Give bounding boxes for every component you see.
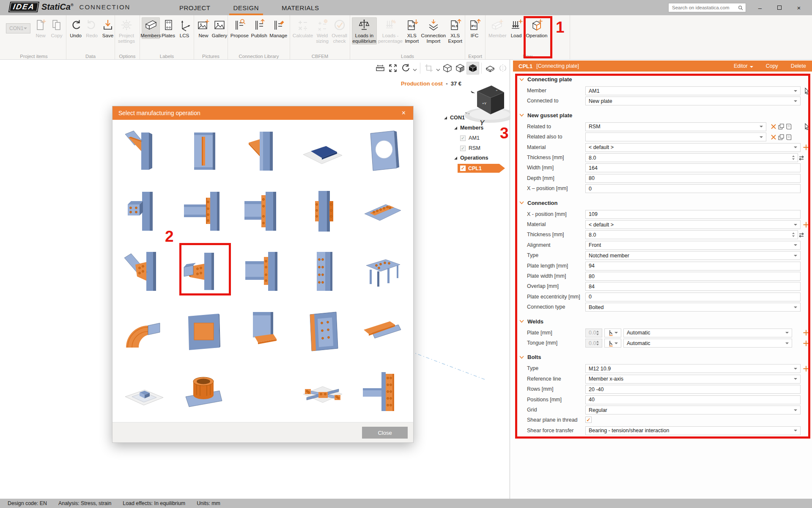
ribbon-save-button[interactable]: Save: [100, 17, 115, 39]
plus-icon[interactable]: [802, 221, 809, 228]
rotate-view-icon[interactable]: [399, 62, 412, 75]
weld-type-field[interactable]: [604, 339, 621, 348]
ribbon-loads-in-equilibrium-button[interactable]: Loads in equilibrium: [352, 17, 377, 44]
copy-operation-button[interactable]: Copy: [766, 63, 778, 69]
plus-icon[interactable]: [802, 329, 809, 337]
section-welds[interactable]: Welds: [519, 318, 543, 325]
thumbnail-pipe[interactable]: [182, 370, 225, 413]
prop-shear-force-transfer-field[interactable]: Bearing - tension/shear interaction: [585, 426, 801, 435]
prop-reference-line-field[interactable]: Member x-axis: [585, 375, 801, 384]
prop-tongue-mm-mode-field[interactable]: Automatic: [623, 339, 792, 348]
weld-type-field[interactable]: [604, 329, 621, 337]
tree-node-operations[interactable]: Operations: [454, 155, 488, 161]
checkbox-icon[interactable]: ✓: [460, 146, 466, 151]
thumbnail-rib[interactable]: [242, 130, 284, 172]
ribbon-plates-button[interactable]: Plates: [161, 17, 176, 39]
pointer-icon[interactable]: [803, 87, 810, 94]
ribbon-lcs-button[interactable]: LCS: [177, 17, 192, 39]
close-window-button[interactable]: ×: [793, 3, 805, 13]
prop-plate-length-mm-field[interactable]: 94: [585, 262, 801, 271]
dialog-close-icon[interactable]: ×: [400, 109, 407, 117]
minimize-button[interactable]: –: [754, 3, 766, 13]
delete-operation-button[interactable]: Delete: [791, 63, 806, 69]
thumbnail-footing[interactable]: [123, 370, 165, 413]
prop-related-to-field[interactable]: RSM: [585, 122, 766, 131]
swap-icon[interactable]: [798, 154, 805, 161]
prop-type-field[interactable]: Notched member: [585, 251, 801, 260]
checkbox-icon[interactable]: ✓: [460, 135, 466, 141]
chevron-down-icon[interactable]: [413, 66, 417, 70]
thumbnail-opening[interactable]: [361, 130, 403, 172]
tab-project[interactable]: PROJECT: [178, 0, 212, 15]
search-box[interactable]: [668, 3, 746, 12]
ribbon-xls-import-button[interactable]: XLSXLS Import: [404, 17, 420, 44]
tab-design[interactable]: DESIGN: [232, 0, 261, 15]
prop-rows-mm-field[interactable]: 20 -40: [585, 385, 801, 394]
editor-button[interactable]: Editor: [734, 63, 753, 69]
chevron-down-icon[interactable]: [436, 66, 440, 70]
tree-expand-icon[interactable]: [454, 127, 457, 130]
prop-member-field[interactable]: AM1: [585, 86, 801, 95]
tab-materials[interactable]: MATERIALS: [280, 0, 321, 15]
x-icon[interactable]: [770, 123, 777, 130]
thumbnail-general-frame[interactable]: [361, 250, 403, 293]
prop-shear-plane-in-thread-checkbox[interactable]: ✓: [585, 417, 592, 423]
ribbon-undo-button[interactable]: Undo: [68, 17, 83, 39]
prop-positions-mm-field[interactable]: 40: [585, 395, 801, 404]
prop-plate-eccentricity-mm-field[interactable]: 0: [585, 293, 801, 301]
tree-node-cpl1[interactable]: ✓CPL1: [458, 164, 505, 173]
thumbnail-stiffening-plate[interactable]: [361, 190, 403, 232]
stack-icon[interactable]: [777, 133, 785, 141]
prop-alignment-field[interactable]: Front: [585, 241, 801, 250]
prop-material-field[interactable]: < default >: [585, 143, 801, 152]
section-new-gusset-plate[interactable]: New gusset plate: [519, 112, 572, 119]
prop-material-field[interactable]: < default >: [585, 220, 801, 229]
book-icon[interactable]: [785, 133, 792, 141]
section-connecting-plate[interactable]: Connecting plate: [519, 76, 572, 83]
prop-depth-mm-field[interactable]: 80: [585, 174, 801, 183]
tree-node-members[interactable]: Members: [454, 125, 483, 131]
ribbon-connection-import-button[interactable]: Connection Import: [420, 17, 446, 44]
thumbnail-bolt-grid[interactable]: [302, 310, 344, 353]
zoom-fit-icon[interactable]: [387, 62, 399, 75]
thumbnail-gusset-plate[interactable]: [123, 250, 165, 293]
plus-icon[interactable]: [802, 144, 809, 151]
tree-node-am1[interactable]: ✓AM1: [460, 135, 480, 141]
plus-icon[interactable]: [802, 340, 809, 347]
wireframe-view-icon[interactable]: [441, 62, 454, 75]
section-bolts[interactable]: Bolts: [519, 354, 541, 360]
thumbnail-stiffener[interactable]: [182, 130, 225, 172]
thumbnail-overlap-plate[interactable]: [361, 310, 403, 353]
prop-type-field[interactable]: M12 10.9: [585, 364, 801, 373]
swap-icon[interactable]: [798, 231, 805, 238]
thumbnail-end-plate[interactable]: [242, 250, 284, 293]
tree-node-con1[interactable]: CON1: [444, 115, 465, 121]
prop-thickness-mm-field[interactable]: 8.0: [585, 230, 798, 239]
measure-icon[interactable]: [374, 62, 387, 75]
dialog-title-bar[interactable]: Select manufacturing operation ×: [112, 106, 413, 120]
prop-plate-width-mm-field[interactable]: 80: [585, 272, 801, 281]
thumbnail-bolted-flange[interactable]: [302, 250, 344, 293]
prop-width-mm-field[interactable]: 164: [585, 163, 801, 172]
stack-icon[interactable]: [777, 123, 785, 130]
ribbon-new-button[interactable]: New: [196, 17, 211, 39]
thumbnail-fin-plate[interactable]: [242, 190, 284, 232]
ribbon-gallery-button[interactable]: Gallery: [212, 17, 227, 39]
search-input[interactable]: [671, 5, 738, 11]
solid-view-icon[interactable]: [466, 62, 479, 75]
ribbon-load-button[interactable]: Load: [509, 17, 524, 39]
clip-plane-icon[interactable]: [484, 62, 497, 75]
tree-expand-icon[interactable]: [454, 157, 457, 160]
prop-grid-field[interactable]: Regular: [585, 406, 801, 414]
ribbon-members-button[interactable]: Members: [142, 17, 160, 39]
ribbon-manage-button[interactable]: Manage: [269, 17, 288, 39]
thumbnail-vertical-splice[interactable]: [361, 370, 403, 413]
dialog-close-button[interactable]: Close: [362, 427, 408, 439]
prop-plate-mm-mode-field[interactable]: Automatic: [623, 329, 792, 337]
prop-thickness-mm-field[interactable]: 8.0: [585, 153, 798, 162]
thumbnail-cleat[interactable]: [182, 190, 225, 232]
thumbnail-base-plate[interactable]: [302, 130, 344, 172]
tree-node-rsm[interactable]: ✓RSM: [460, 145, 480, 151]
prop-x-position-mm-field[interactable]: 0: [585, 184, 801, 193]
prop-related-also-to-field[interactable]: [585, 133, 766, 141]
